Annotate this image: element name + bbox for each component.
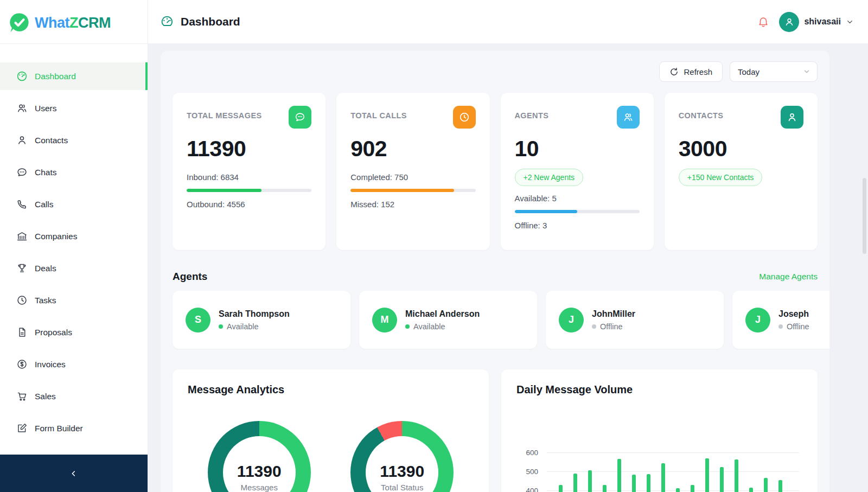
period-select[interactable]: Today	[730, 61, 818, 82]
brand-logo[interactable]: WhatZCRM	[0, 0, 148, 44]
content-area: Refresh Today TOTAL MESSAGES	[148, 43, 868, 492]
agent-card[interactable]: J Joseph Offline	[732, 291, 829, 349]
donut-label: Messages	[241, 483, 278, 492]
stat-value: 3000	[679, 136, 803, 162]
stat-card-total-messages: TOTAL MESSAGES 11390 Inbound: 6834 Outbo…	[173, 93, 326, 250]
sidebar-item-label: Companies	[35, 232, 77, 241]
bar	[720, 467, 724, 492]
status-dot	[778, 324, 783, 329]
agent-avatar: M	[372, 308, 397, 333]
sidebar-item-label: Chats	[35, 168, 57, 177]
user-icon	[781, 106, 803, 129]
sidebar-item-label: Calls	[35, 200, 53, 209]
notifications-bell-icon[interactable]	[757, 16, 769, 28]
period-value: Today	[738, 67, 760, 76]
agent-avatar: J	[559, 308, 584, 333]
sidebar-item-sales[interactable]: Sales	[0, 382, 148, 410]
sidebar-item-label: Proposals	[35, 328, 72, 337]
chevron-down-icon	[846, 18, 854, 26]
bar-chart: 600500400	[516, 452, 802, 492]
sidebar-item-tasks[interactable]: Tasks	[0, 286, 148, 314]
gauge-icon	[16, 71, 28, 82]
stat-subline: Offline: 3	[515, 221, 640, 230]
users-icon	[16, 103, 28, 114]
shopping-cart-icon	[16, 391, 28, 402]
bar	[632, 475, 636, 492]
bar	[588, 470, 592, 492]
agents-section-header: Agents Manage Agents	[173, 271, 818, 283]
status-dot	[592, 324, 596, 329]
stat-label: TOTAL CALLS	[350, 111, 406, 120]
messages-donut-chart: 11390 Messages	[208, 421, 311, 492]
stat-label: CONTACTS	[679, 111, 724, 120]
sidebar-item-proposals[interactable]: Proposals	[0, 318, 148, 346]
user-menu[interactable]: shivasaii	[779, 12, 854, 32]
vertical-scrollbar[interactable]	[863, 178, 866, 254]
bar	[749, 488, 753, 492]
agent-name: JohnMiller	[592, 309, 635, 319]
bar	[764, 478, 768, 492]
toolbar: Refresh Today	[173, 61, 818, 82]
sidebar-item-label: Users	[35, 104, 56, 113]
sidebar-item-chats[interactable]: Chats	[0, 158, 148, 186]
progress-bar	[187, 189, 311, 192]
chat-bubble-icon	[16, 167, 28, 178]
agents-heading: Agents	[173, 271, 207, 283]
contact-person-icon	[16, 135, 28, 146]
clock-icon	[16, 295, 28, 306]
agent-card[interactable]: M Michael Anderson Available	[359, 291, 537, 349]
stat-subline: Outbound: 4556	[187, 200, 311, 209]
sidebar-item-label: Contacts	[35, 136, 68, 145]
sidebar-item-calls[interactable]: Calls	[0, 190, 148, 218]
bars	[559, 452, 786, 492]
stat-value: 11390	[187, 136, 311, 162]
bar	[778, 480, 782, 492]
sidebar-item-form-builder[interactable]: Form Builder	[0, 414, 148, 442]
stat-label: TOTAL MESSAGES	[187, 111, 262, 120]
sidebar-item-label: Deals	[35, 264, 56, 273]
bank-building-icon	[16, 231, 28, 242]
sidebar-item-label: Form Builder	[35, 424, 83, 433]
sidebar: WhatZCRM Dashboard Users Contacts	[0, 0, 148, 492]
dollar-circle-icon	[16, 359, 28, 370]
refresh-label: Refresh	[684, 67, 712, 76]
status-dot	[405, 324, 410, 329]
sidebar-item-contacts[interactable]: Contacts	[0, 126, 148, 154]
bar	[691, 485, 694, 492]
refresh-button[interactable]: Refresh	[659, 61, 723, 82]
chevron-down-icon	[803, 68, 810, 75]
manage-agents-link[interactable]: Manage Agents	[759, 272, 818, 282]
edit-square-icon	[16, 423, 28, 435]
stat-card-agents: AGENTS 10 +2 New Agents Available: 5 Off…	[501, 93, 654, 250]
refresh-icon	[669, 67, 679, 76]
sidebar-item-companies[interactable]: Companies	[0, 222, 148, 250]
agent-card[interactable]: S Sarah Thompson Available	[173, 291, 350, 349]
y-tick-label: 500	[516, 468, 538, 476]
status-dot	[219, 324, 223, 329]
charts-row: Message Analytics 11390 Messages 1139	[173, 369, 818, 492]
total-status-donut-chart: 11390 Total Status	[350, 421, 454, 492]
stat-subline: Inbound: 6834	[187, 172, 311, 182]
sidebar-collapse-button[interactable]	[0, 455, 148, 492]
agent-name: Sarah Thompson	[219, 309, 290, 319]
sidebar-item-label: Sales	[35, 392, 56, 401]
top-header: Dashboard shivasaii	[148, 0, 868, 43]
sidebar-item-label: Tasks	[35, 296, 56, 305]
sidebar-item-invoices[interactable]: Invoices	[0, 350, 148, 378]
chevron-left-icon	[69, 469, 78, 478]
agent-avatar: S	[186, 308, 210, 333]
bar	[676, 488, 680, 492]
agents-row: S Sarah Thompson Available M Michael And…	[173, 291, 818, 349]
sidebar-item-dashboard[interactable]: Dashboard	[0, 62, 148, 90]
progress-bar	[350, 189, 475, 192]
progress-bar	[515, 210, 640, 213]
stat-subline: Available: 5	[515, 194, 640, 203]
donut-value: 11390	[237, 462, 282, 481]
sidebar-item-users[interactable]: Users	[0, 94, 148, 122]
agent-status-label: Available	[413, 322, 445, 331]
clock-icon	[453, 106, 476, 129]
user-avatar	[779, 12, 799, 32]
sidebar-item-deals[interactable]: Deals	[0, 254, 148, 282]
main-area: Dashboard shivasaii	[148, 0, 868, 492]
agent-card[interactable]: J JohnMiller Offline	[546, 291, 724, 349]
